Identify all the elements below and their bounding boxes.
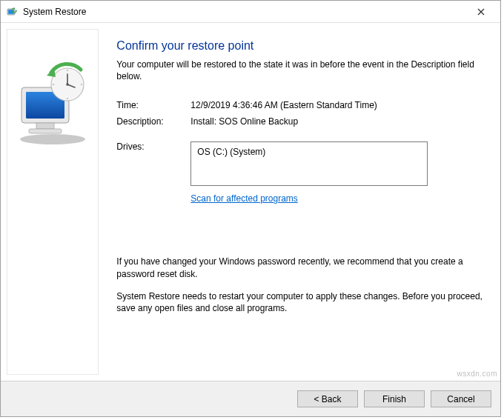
drives-list: OS (C:) (System) — [190, 141, 428, 186]
scan-link-row: Scan for affected programs — [190, 193, 487, 204]
back-button[interactable]: < Back — [297, 390, 358, 407]
footer-button-bar: < Back Finish Cancel — [1, 381, 500, 416]
cancel-button[interactable]: Cancel — [431, 390, 491, 407]
svg-rect-9 — [36, 123, 54, 129]
page-heading: Confirm your restore point — [116, 39, 487, 53]
intro-text: Your computer will be restored to the st… — [116, 59, 487, 82]
titlebar: System Restore — [1, 1, 500, 23]
svg-rect-1 — [8, 10, 14, 14]
window-body: Confirm your restore point Your computer… — [1, 23, 500, 381]
drives-value: OS (C:) (System) — [197, 147, 265, 157]
svg-point-5 — [20, 134, 85, 144]
time-row: Time: 12/9/2019 4:36:46 AM (Eastern Stan… — [116, 100, 487, 110]
time-value: 12/9/2019 4:36:46 AM (Eastern Standard T… — [190, 100, 487, 110]
password-note: If you have changed your Windows passwor… — [116, 256, 487, 279]
finish-button[interactable]: Finish — [364, 390, 425, 407]
description-value: Install: SOS Online Backup — [190, 116, 487, 127]
app-icon — [7, 6, 19, 18]
window-title: System Restore — [23, 7, 466, 17]
svg-rect-10 — [29, 129, 62, 133]
close-button[interactable] — [466, 2, 496, 21]
description-row: Description: Install: SOS Online Backup — [116, 116, 487, 127]
sidebar-graphic-panel — [7, 29, 99, 375]
restart-note: System Restore needs to restart your com… — [116, 290, 487, 314]
svg-marker-19 — [47, 68, 56, 77]
svg-point-17 — [53, 84, 54, 85]
system-restore-illustration-icon — [8, 59, 97, 148]
svg-point-18 — [81, 84, 82, 85]
svg-point-16 — [67, 98, 68, 99]
description-label: Description: — [116, 116, 190, 127]
content-panel: Confirm your restore point Your computer… — [99, 29, 494, 375]
time-label: Time: — [116, 100, 190, 110]
svg-point-15 — [67, 70, 68, 71]
drives-row: Drives: OS (C:) (System) — [116, 141, 487, 186]
drives-label: Drives: — [116, 141, 190, 152]
system-restore-window: System Restore — [0, 0, 501, 417]
scan-affected-programs-link[interactable]: Scan for affected programs — [190, 193, 298, 204]
